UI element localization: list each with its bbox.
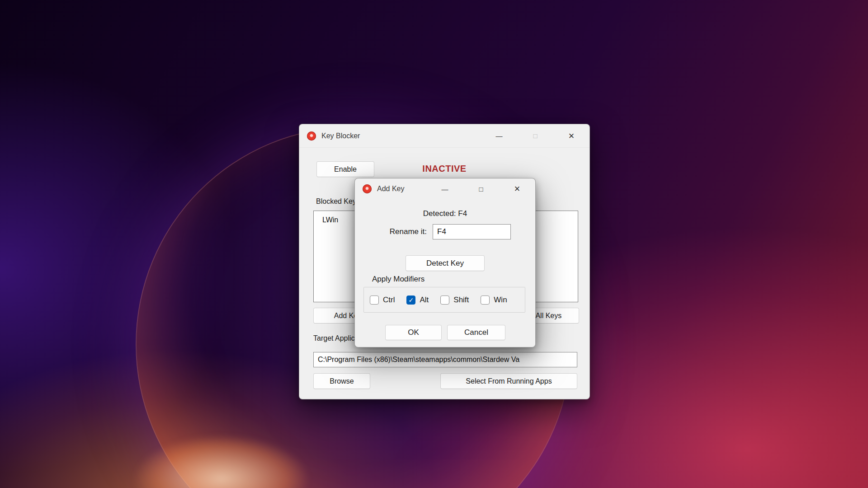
apply-modifiers-groupbox: Ctrl Alt Shift Win — [363, 287, 525, 313]
shift-checkbox[interactable]: Shift — [440, 296, 469, 305]
ctrl-checkbox-box[interactable] — [370, 296, 379, 305]
enable-button[interactable]: Enable — [316, 161, 374, 177]
select-from-running-apps-button[interactable]: Select From Running Apps — [440, 373, 577, 389]
close-icon[interactable]: × — [553, 124, 590, 147]
status-text: INACTIVE — [422, 164, 466, 174]
minimize-icon[interactable]: — — [427, 178, 463, 199]
ok-button[interactable]: OK — [385, 325, 442, 340]
add-key-dialog-title: Add Key — [377, 185, 404, 193]
alt-checkbox[interactable]: Alt — [406, 296, 429, 305]
key-blocker-app-icon — [307, 131, 316, 141]
apply-modifiers-label: Apply Modifiers — [372, 275, 425, 284]
rename-input[interactable] — [433, 224, 511, 239]
shift-checkbox-box[interactable] — [440, 296, 449, 305]
dialog-caption-buttons: — □ × — [427, 178, 535, 199]
cancel-button[interactable]: Cancel — [447, 325, 505, 340]
rename-label: Rename it: — [381, 224, 427, 239]
blocked-keys-label: Blocked Keys — [316, 197, 360, 206]
win-checkbox-label: Win — [494, 296, 507, 305]
key-blocker-titlebar[interactable]: Key Blocker — □ × — [299, 124, 590, 148]
alt-checkbox-box[interactable] — [406, 296, 415, 305]
ctrl-checkbox-label: Ctrl — [383, 296, 395, 305]
shift-checkbox-label: Shift — [453, 296, 469, 305]
add-key-app-icon — [363, 184, 372, 193]
close-icon[interactable]: × — [499, 178, 535, 199]
alt-checkbox-label: Alt — [420, 296, 429, 305]
maximize-icon[interactable]: □ — [517, 124, 553, 147]
browse-button[interactable]: Browse — [313, 373, 370, 389]
maximize-icon[interactable]: □ — [463, 178, 499, 199]
target-application-path-field[interactable] — [313, 352, 577, 367]
detect-key-button[interactable]: Detect Key — [406, 255, 485, 271]
win-checkbox-box[interactable] — [481, 296, 490, 305]
minimize-icon[interactable]: — — [481, 124, 517, 147]
caption-buttons: — □ × — [481, 124, 590, 147]
add-key-dialog: Add Key — □ × Detected: F4 Rename it: De… — [354, 178, 536, 347]
ctrl-checkbox[interactable]: Ctrl — [370, 296, 395, 305]
detected-key-text: Detected: F4 — [355, 209, 535, 218]
win-checkbox[interactable]: Win — [481, 296, 507, 305]
add-key-titlebar[interactable]: Add Key — □ × — [355, 178, 535, 199]
key-blocker-window-title: Key Blocker — [321, 132, 360, 140]
